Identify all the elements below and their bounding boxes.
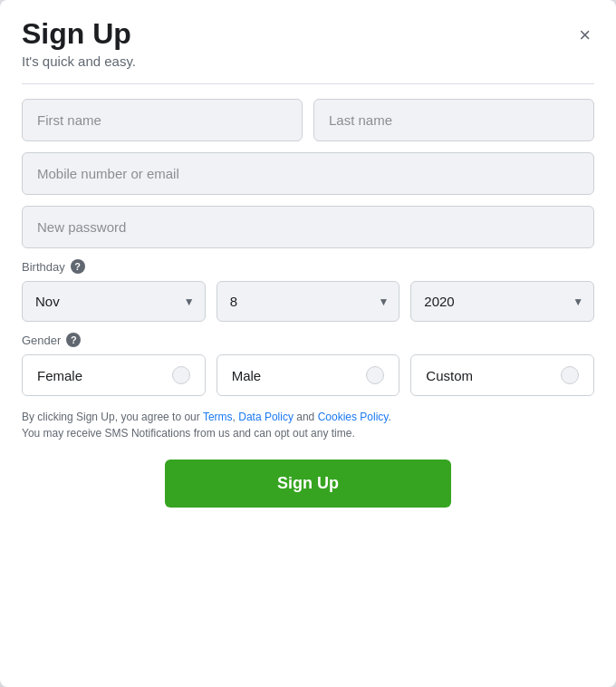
male-radio[interactable] (366, 366, 384, 384)
gender-section: Gender ? Female Male Custom (22, 333, 594, 396)
modal-header: Sign Up It's quick and easy. × (22, 18, 594, 84)
month-select[interactable]: Nov Jan Feb Mar Apr May Jun Jul Aug Sep … (22, 281, 206, 322)
birthday-label: Birthday ? (22, 259, 594, 274)
cookies-policy-link[interactable]: Cookies Policy (318, 411, 389, 423)
terms-text-mid2: and (294, 411, 318, 423)
mobile-email-row (22, 152, 594, 195)
first-name-input[interactable] (22, 99, 303, 141)
gender-label: Gender ? (22, 333, 594, 347)
password-row (22, 206, 594, 248)
female-label: Female (37, 368, 82, 383)
birthday-section: Birthday ? Nov Jan Feb Mar Apr May Jun J… (22, 259, 594, 322)
modal-title: Sign Up (22, 18, 594, 50)
last-name-input[interactable] (313, 99, 594, 141)
signup-button[interactable]: Sign Up (165, 460, 451, 508)
gender-help-icon[interactable]: ? (66, 333, 81, 347)
year-select[interactable]: 2020 2019 2018 2017 2016 2015 2010 2005 … (410, 281, 594, 322)
gender-option-female[interactable]: Female (22, 354, 206, 396)
password-input[interactable] (22, 206, 594, 248)
signup-modal: Sign Up It's quick and easy. × Birthday … (0, 0, 616, 687)
day-select[interactable]: 8 1 2 3 4 5 6 7 9 10 11 12 (217, 281, 400, 322)
data-policy-link[interactable]: Data Policy (238, 411, 294, 423)
gender-option-male[interactable]: Male (217, 354, 400, 396)
terms-text-before: By clicking Sign Up, you agree to our (22, 411, 203, 423)
custom-label: Custom (426, 368, 473, 383)
mobile-email-input[interactable] (22, 152, 594, 195)
gender-option-custom[interactable]: Custom (410, 354, 594, 396)
month-select-wrapper: Nov Jan Feb Mar Apr May Jun Jul Aug Sep … (22, 281, 206, 322)
birthday-label-text: Birthday (22, 260, 65, 274)
birthday-help-icon[interactable]: ? (71, 259, 85, 274)
birthday-selects-row: Nov Jan Feb Mar Apr May Jun Jul Aug Sep … (22, 281, 594, 322)
gender-label-text: Gender (22, 334, 61, 347)
custom-radio[interactable] (561, 366, 579, 384)
close-button[interactable]: × (575, 22, 594, 49)
female-radio[interactable] (172, 366, 190, 384)
terms-text: By clicking Sign Up, you agree to our Te… (22, 409, 594, 441)
modal-subtitle: It's quick and easy. (22, 53, 594, 69)
terms-link[interactable]: Terms (203, 411, 233, 423)
name-row (22, 99, 594, 141)
day-select-wrapper: 8 1 2 3 4 5 6 7 9 10 11 12 ▼ (217, 281, 400, 322)
year-select-wrapper: 2020 2019 2018 2017 2016 2015 2010 2005 … (410, 281, 594, 322)
gender-options-row: Female Male Custom (22, 354, 594, 396)
male-label: Male (232, 368, 262, 383)
